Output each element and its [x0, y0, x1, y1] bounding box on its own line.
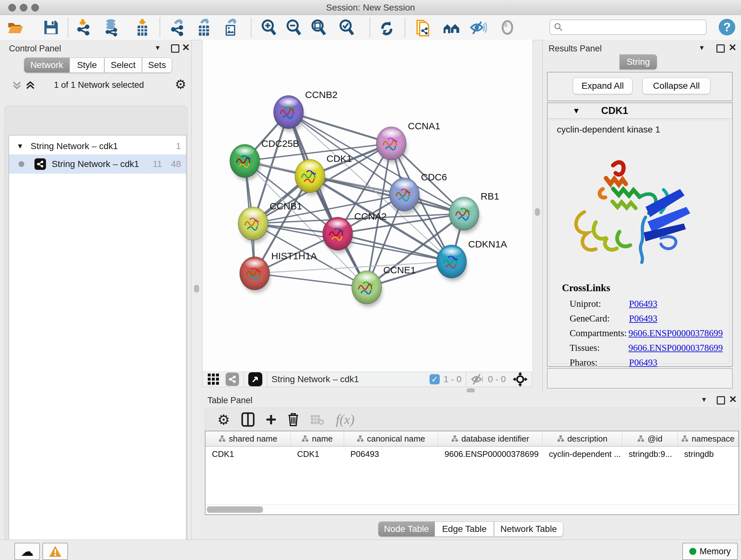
- crosslink-link[interactable]: P06493: [629, 313, 657, 324]
- results-panel-float-icon[interactable]: [717, 44, 725, 53]
- cell-namespace[interactable]: stringdb: [678, 447, 738, 461]
- import-network-file-icon[interactable]: [75, 18, 92, 37]
- export-table-icon[interactable]: [195, 18, 213, 37]
- column-header-sharedname[interactable]: shared name: [205, 431, 291, 446]
- add-column-icon[interactable]: +: [266, 413, 276, 426]
- column-header-id[interactable]: @id: [622, 431, 678, 446]
- cell-sharedname[interactable]: CDK1: [205, 447, 291, 461]
- section-expander-icon[interactable]: ▼: [572, 106, 580, 115]
- crosslink-link[interactable]: 9606.ENSP00000378699: [628, 328, 723, 338]
- network-node-CDC25B[interactable]: [230, 144, 260, 178]
- network-edge-CCNB2-CCNA1[interactable]: [288, 112, 391, 143]
- cell-databaseidentifier[interactable]: 9606.ENSP00000378699: [438, 447, 542, 461]
- table-h-scrollbar-thumb[interactable]: [207, 506, 263, 513]
- tree-expander-icon[interactable]: ▼: [17, 142, 23, 150]
- expand-all-networks-icon[interactable]: [25, 79, 36, 91]
- protein-section-header[interactable]: ▼ CDK1: [548, 103, 732, 119]
- control-panel-float-icon[interactable]: [171, 44, 179, 53]
- network-node-CCNA1[interactable]: [376, 127, 406, 160]
- collapse-all-button[interactable]: Collapse All: [643, 78, 711, 94]
- eye-slash-icon[interactable]: [469, 18, 487, 37]
- eye-icon[interactable]: [498, 18, 516, 37]
- control-panel-menu-icon[interactable]: ▾: [156, 43, 159, 52]
- zoom-in-icon[interactable]: [260, 18, 278, 37]
- table-panel-float-icon[interactable]: [717, 396, 725, 405]
- function-builder-icon[interactable]: f(x): [336, 412, 354, 427]
- tab-string[interactable]: String: [619, 54, 657, 70]
- cell-name[interactable]: CDK1: [291, 447, 344, 461]
- network-node-CCNB2[interactable]: [273, 96, 304, 129]
- tab-node-table[interactable]: Node Table: [378, 521, 434, 537]
- right-splitter-handle[interactable]: [535, 208, 540, 216]
- tab-edge-table[interactable]: Edge Table: [434, 521, 494, 537]
- table-panel-close-icon[interactable]: ✕: [729, 394, 737, 405]
- network-node-CCNA2[interactable]: [323, 217, 353, 250]
- tab-sets[interactable]: Sets: [142, 57, 172, 73]
- column-header-canonicalname[interactable]: canonical name: [344, 431, 438, 446]
- zoom-out-icon[interactable]: [285, 18, 302, 37]
- delete-table-icon[interactable]: [310, 414, 324, 425]
- network-edge-HIST1H1A-CCNE1[interactable]: [255, 273, 367, 287]
- tab-network[interactable]: Network: [24, 57, 70, 73]
- grid-view-icon[interactable]: [207, 373, 220, 386]
- tab-network-table[interactable]: Network Table: [494, 521, 563, 537]
- fit-selected-crosshair-icon[interactable]: [513, 372, 528, 387]
- network-node-RB1[interactable]: [449, 197, 479, 230]
- hidden-eye-slash-icon[interactable]: [471, 373, 485, 386]
- crosslink-link[interactable]: P06493: [629, 357, 657, 368]
- expand-all-button[interactable]: Expand All: [573, 78, 632, 94]
- import-network-database-icon[interactable]: [103, 18, 121, 37]
- network-node-CDC6[interactable]: [389, 178, 419, 211]
- cloud-button[interactable]: ☁: [14, 543, 40, 560]
- save-session-icon[interactable]: [42, 18, 60, 37]
- table-h-scrollbar[interactable]: [205, 504, 738, 514]
- document-network-icon[interactable]: [414, 18, 432, 37]
- open-session-icon[interactable]: [6, 18, 24, 37]
- left-splitter-handle[interactable]: [194, 285, 199, 293]
- column-header-namespace[interactable]: namespace: [678, 431, 738, 446]
- network-node-CDK1[interactable]: [295, 159, 325, 192]
- control-panel-close-icon[interactable]: ✕: [182, 42, 190, 53]
- table-row[interactable]: CDK1CDK1P064939606.ENSP00000378699cyclin…: [205, 447, 738, 461]
- export-image-icon[interactable]: [222, 18, 240, 37]
- collapse-all-networks-icon[interactable]: [11, 79, 22, 91]
- network-node-CCNB1[interactable]: [238, 207, 268, 240]
- zoom-fit-icon[interactable]: [310, 18, 327, 37]
- search-input[interactable]: [549, 19, 706, 35]
- selected-checkbox[interactable]: ✓: [429, 374, 440, 384]
- crosslink-link[interactable]: P06493: [629, 299, 657, 309]
- zoom-selected-icon[interactable]: [338, 18, 355, 37]
- column-header-description[interactable]: description: [542, 431, 622, 446]
- network-collection-row[interactable]: ▼ String Network – cdk1 1: [9, 135, 186, 154]
- network-row-selected[interactable]: String Network – cdk1 11 48: [9, 154, 186, 174]
- network-options-gear-icon[interactable]: ⚙: [175, 77, 186, 91]
- import-table-icon[interactable]: [133, 18, 151, 37]
- warning-button[interactable]: [43, 543, 68, 560]
- open-in-window-icon[interactable]: [248, 372, 262, 386]
- show-columns-icon[interactable]: [241, 412, 255, 427]
- tab-style[interactable]: Style: [70, 57, 105, 73]
- help-icon[interactable]: ?: [719, 19, 735, 36]
- cell-canonicalname[interactable]: P06493: [344, 447, 438, 461]
- network-overview-icon[interactable]: [226, 373, 239, 386]
- results-panel-close-icon[interactable]: ✕: [729, 42, 737, 53]
- memory-button[interactable]: Memory: [682, 543, 738, 560]
- column-header-name[interactable]: name: [291, 431, 344, 446]
- network-node-HIST1H1A[interactable]: [240, 257, 270, 290]
- refresh-icon[interactable]: [378, 18, 396, 37]
- delete-column-trash-icon[interactable]: [287, 412, 299, 427]
- double-house-icon[interactable]: [442, 18, 460, 37]
- cell-description[interactable]: cyclin-dependent ...: [542, 447, 622, 461]
- export-network-icon[interactable]: [169, 18, 187, 37]
- tab-select[interactable]: Select: [105, 57, 142, 73]
- results-panel-menu-icon[interactable]: ▾: [700, 43, 704, 52]
- cell-id[interactable]: stringdb:9...: [622, 447, 678, 461]
- bottom-splitter-handle[interactable]: [467, 388, 475, 393]
- network-node-CDKN1A[interactable]: [436, 245, 467, 278]
- column-header-databaseidentifier[interactable]: database identifier: [438, 431, 542, 446]
- network-node-CCNE1[interactable]: [352, 271, 382, 304]
- table-panel-menu-icon[interactable]: ▾: [702, 395, 706, 404]
- crosslink-link[interactable]: 9606.ENSP00000378699: [628, 343, 723, 353]
- network-canvas[interactable]: CCNB2CCNA1CDC25BCDK1CDC6RB1CCNB1CCNA2CDK…: [202, 40, 533, 372]
- table-settings-gear-icon[interactable]: ⚙: [217, 412, 230, 428]
